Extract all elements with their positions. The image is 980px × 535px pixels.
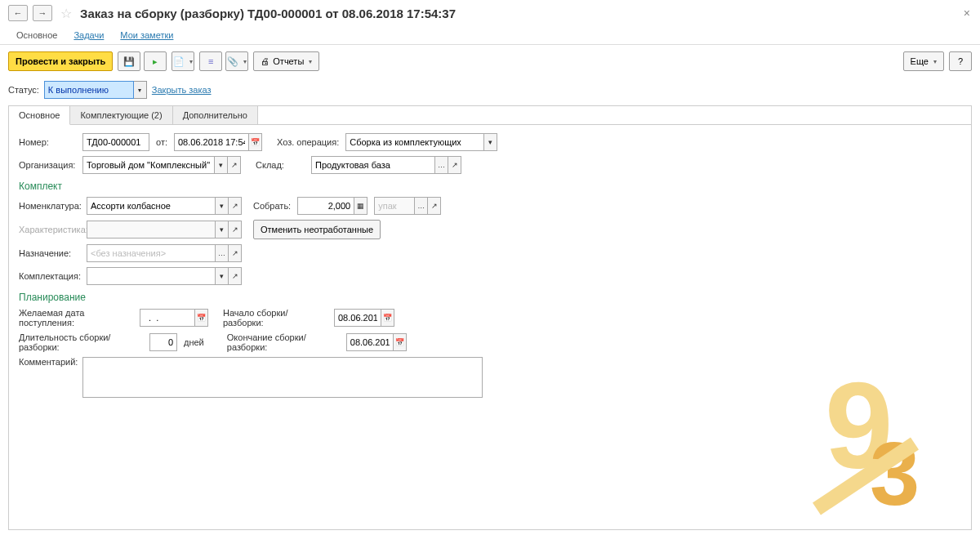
planning-section-title: Планирование	[19, 292, 961, 303]
characteristic-label: Характеристика:	[19, 225, 80, 234]
tab-components[interactable]: Комплектующие (2)	[70, 106, 172, 124]
operation-label: Хоз. операция:	[277, 137, 339, 147]
assignment-label: Назначение:	[19, 248, 80, 258]
top-tab-notes[interactable]: Мои заметки	[112, 26, 181, 44]
create-based-on-button[interactable]: 📄	[172, 51, 194, 71]
close-order-link[interactable]: Закрыть заказ	[152, 85, 212, 95]
unit-open[interactable]: ↗	[428, 197, 441, 215]
save-button[interactable]: 💾	[118, 51, 140, 71]
nomenclature-label: Номенклатура:	[19, 201, 80, 211]
kitset-input[interactable]	[87, 267, 216, 285]
characteristic-dropdown[interactable]: ▾	[216, 221, 229, 239]
nav-back-button[interactable]: ←	[8, 5, 28, 21]
nomenclature-input[interactable]	[87, 197, 216, 215]
from-label: от:	[156, 137, 167, 147]
wish-date-input[interactable]	[140, 309, 195, 327]
quantity-stepper[interactable]: ▦	[354, 197, 368, 215]
structure-button[interactable]: ≡	[199, 51, 222, 71]
comment-textarea[interactable]	[82, 357, 483, 398]
operation-dropdown[interactable]: ▾	[484, 133, 497, 151]
operation-input[interactable]	[345, 133, 484, 151]
post-button[interactable]: ▸	[144, 51, 167, 71]
end-date-picker[interactable]: 📅	[394, 333, 407, 351]
page-title: Заказ на сборку (разборку) ТД00-000001 о…	[80, 7, 456, 20]
characteristic-open[interactable]: ↗	[229, 221, 242, 239]
date-picker-button[interactable]: 📅	[249, 133, 262, 151]
number-input[interactable]	[82, 133, 149, 151]
printer-icon: 🖨	[261, 56, 270, 66]
wish-date-picker[interactable]: 📅	[195, 309, 208, 327]
unit-select[interactable]: …	[415, 197, 428, 215]
close-icon[interactable]: ×	[964, 7, 970, 20]
start-label: Начало сборки/разборки:	[223, 308, 327, 328]
nomenclature-open[interactable]: ↗	[229, 197, 242, 215]
reports-button[interactable]: 🖨 Отчеты	[253, 51, 319, 71]
comment-label: Комментарий:	[19, 357, 76, 367]
assignment-input[interactable]	[87, 244, 216, 262]
assignment-open[interactable]: ↗	[229, 244, 242, 262]
start-date-input[interactable]	[334, 309, 381, 327]
status-select[interactable]	[44, 81, 134, 99]
end-label: Окончание сборки/разборки:	[227, 332, 340, 352]
warehouse-open[interactable]: ↗	[448, 156, 461, 174]
favorite-star-icon[interactable]: ☆	[60, 6, 72, 21]
kitset-open[interactable]: ↗	[229, 267, 242, 285]
wish-date-label: Желаемая дата поступления:	[19, 308, 133, 328]
status-dropdown-button[interactable]: ▾	[134, 81, 147, 99]
duration-input[interactable]	[149, 333, 177, 351]
top-tab-main[interactable]: Основное	[8, 26, 65, 44]
kitset-label: Комплектация:	[19, 271, 80, 281]
post-and-close-button[interactable]: Провести и закрыть	[8, 51, 113, 71]
warehouse-select[interactable]: …	[435, 156, 448, 174]
characteristic-input	[87, 221, 216, 239]
number-label: Номер:	[19, 137, 76, 147]
date-input[interactable]	[174, 133, 249, 151]
nav-forward-button[interactable]: →	[33, 5, 52, 21]
unit-input	[374, 197, 415, 215]
help-button[interactable]: ?	[949, 51, 972, 71]
warehouse-label: Склад:	[256, 160, 305, 170]
org-label: Организация:	[19, 160, 76, 170]
duration-label: Длительность сборки/разборки:	[19, 332, 143, 352]
duration-unit: дней	[184, 337, 204, 347]
tab-main[interactable]: Основное	[9, 106, 70, 125]
org-dropdown[interactable]: ▾	[215, 156, 228, 174]
kit-section-title: Комплект	[19, 181, 961, 192]
org-input[interactable]	[82, 156, 215, 174]
org-open[interactable]: ↗	[228, 156, 241, 174]
status-label: Статус:	[8, 85, 39, 95]
quantity-input[interactable]	[297, 197, 354, 215]
tab-additional[interactable]: Дополнительно	[173, 106, 258, 124]
cancel-unprocessed-button[interactable]: Отменить неотработанные	[253, 220, 381, 239]
top-tab-tasks[interactable]: Задачи	[65, 26, 112, 44]
warehouse-input[interactable]	[311, 156, 435, 174]
end-date-input[interactable]	[346, 333, 394, 351]
start-date-picker[interactable]: 📅	[381, 309, 394, 327]
more-button[interactable]: Еще	[903, 51, 944, 71]
attachments-button[interactable]: 📎	[225, 51, 248, 71]
collect-label: Собрать:	[253, 201, 291, 211]
nomenclature-dropdown[interactable]: ▾	[216, 197, 229, 215]
assignment-select[interactable]: …	[216, 244, 229, 262]
kitset-dropdown[interactable]: ▾	[216, 267, 229, 285]
